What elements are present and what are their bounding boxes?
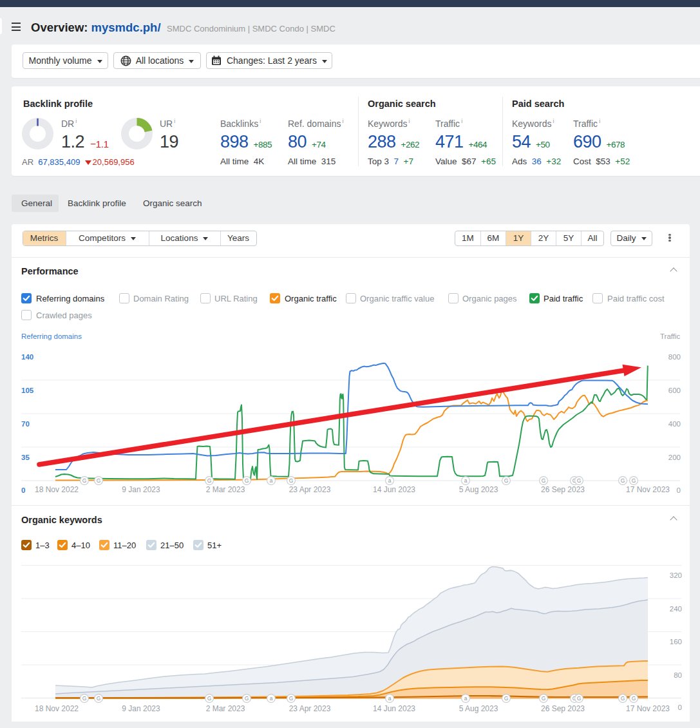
svg-text:a: a	[270, 695, 273, 702]
svg-text:23 Apr 2023: 23 Apr 2023	[289, 485, 331, 494]
svg-text:14 Jun 2023: 14 Jun 2023	[373, 485, 415, 494]
svg-text:26 Sep 2023: 26 Sep 2023	[541, 485, 585, 494]
svg-text:G: G	[577, 695, 582, 702]
svg-text:5 Aug 2023: 5 Aug 2023	[459, 485, 498, 494]
svg-text:17 Nov 2023: 17 Nov 2023	[626, 704, 670, 713]
svg-text:a: a	[388, 695, 392, 702]
svg-text:70: 70	[21, 420, 30, 428]
svg-text:G: G	[632, 477, 636, 484]
svg-text:2 Mar 2023: 2 Mar 2023	[206, 704, 245, 713]
svg-text:140: 140	[21, 353, 33, 361]
svg-text:G: G	[289, 477, 294, 484]
svg-text:23 Apr 2023: 23 Apr 2023	[289, 704, 331, 713]
svg-text:5 Aug 2023: 5 Aug 2023	[459, 704, 498, 713]
svg-text:26 Sep 2023: 26 Sep 2023	[541, 704, 585, 713]
svg-text:G: G	[577, 477, 582, 484]
svg-text:600: 600	[668, 387, 681, 394]
svg-text:G: G	[207, 695, 212, 702]
svg-text:2 Mar 2023: 2 Mar 2023	[206, 485, 245, 494]
svg-text:G: G	[504, 695, 509, 702]
svg-text:320: 320	[670, 571, 682, 579]
svg-text:a: a	[464, 695, 468, 702]
svg-text:0: 0	[677, 486, 681, 494]
svg-text:17 Nov 2023: 17 Nov 2023	[626, 485, 670, 494]
svg-text:35: 35	[21, 454, 30, 461]
svg-text:a: a	[464, 477, 468, 484]
svg-text:G: G	[245, 695, 249, 702]
svg-text:160: 160	[670, 638, 682, 646]
svg-text:G: G	[504, 477, 509, 484]
svg-text:G: G	[632, 695, 636, 702]
svg-text:G: G	[82, 477, 87, 484]
svg-text:G: G	[82, 695, 87, 702]
svg-text:0: 0	[678, 704, 682, 711]
svg-text:G: G	[97, 695, 101, 702]
svg-text:9 Jan 2023: 9 Jan 2023	[122, 485, 160, 494]
svg-text:800: 800	[668, 353, 681, 361]
svg-text:G: G	[245, 477, 249, 484]
svg-text:G: G	[207, 477, 212, 484]
svg-text:G: G	[542, 477, 546, 484]
svg-text:14 Jun 2023: 14 Jun 2023	[373, 704, 415, 713]
svg-text:G: G	[621, 695, 625, 702]
svg-text:G: G	[97, 477, 101, 484]
svg-text:105: 105	[21, 387, 34, 394]
svg-text:18 Nov 2022: 18 Nov 2022	[35, 704, 79, 713]
svg-text:80: 80	[674, 671, 682, 679]
svg-text:200: 200	[668, 454, 681, 461]
svg-text:G: G	[289, 695, 294, 702]
svg-text:G: G	[621, 477, 625, 484]
svg-text:9 Jan 2023: 9 Jan 2023	[122, 704, 160, 713]
svg-text:a: a	[388, 477, 392, 484]
svg-text:0: 0	[21, 486, 25, 494]
svg-text:240: 240	[670, 605, 682, 613]
svg-text:400: 400	[668, 420, 681, 428]
svg-text:G: G	[542, 695, 546, 702]
svg-text:a: a	[270, 477, 273, 484]
svg-text:18 Nov 2022: 18 Nov 2022	[35, 485, 79, 494]
